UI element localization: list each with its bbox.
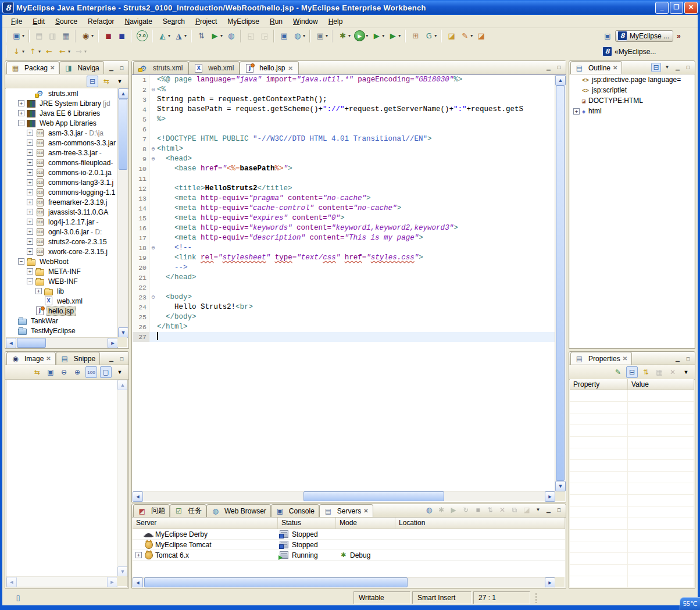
outline-item-doctype-html[interactable]: ◪DOCTYPE:HTML (570, 95, 694, 106)
code-line-6[interactable]: 6 (133, 124, 555, 134)
maximize-icon[interactable]: □ (117, 355, 126, 363)
new-wizard-button[interactable]: ▣▾ (10, 29, 26, 43)
image-tab-image[interactable]: ◉Image✕ (6, 352, 56, 365)
tree-item-struts2-core-2-3-15[interactable]: +010struts2-core-2.3.15 (6, 237, 118, 247)
forward-button[interactable]: →▾ (72, 45, 88, 59)
editor-vscrollbar[interactable]: ▲ ▼ (555, 75, 565, 491)
dropdown-arrow-icon[interactable]: ▾ (38, 49, 41, 54)
tree-expander-icon[interactable]: + (27, 140, 33, 146)
menu-navigate[interactable]: Navigate (119, 16, 157, 27)
tree-item-asm-3-3-jar[interactable]: +010asm-3.3.jar - D:\ja (6, 128, 118, 138)
fold-marker-icon[interactable]: ⊖ (149, 85, 157, 95)
editor-tab-hello-jsp[interactable]: Jhello.jsp✕ (240, 61, 298, 74)
menu-search[interactable]: Search (158, 16, 190, 27)
menu-window[interactable]: Window (288, 16, 323, 27)
tree-item-java-ee-6-libraries[interactable]: +Java EE 6 Libraries (6, 108, 118, 118)
code-line-9[interactable]: 9⊖ <head> (133, 154, 555, 164)
import-b-button[interactable]: ◲ (258, 29, 271, 43)
tree-item-tankwar[interactable]: TankWar (6, 316, 118, 326)
tree-expander-icon[interactable]: + (27, 199, 33, 205)
fit-view-icon[interactable]: ▢ (100, 366, 112, 378)
menu-project[interactable]: Project (190, 16, 222, 27)
link-with-editor-icon[interactable]: ⇆ (101, 76, 112, 87)
view-menu-icon[interactable]: ▼ (534, 506, 542, 514)
image-mode-icon[interactable]: ▣ (45, 367, 56, 377)
perspective-myeclipse-button[interactable]: 8 MyEclipse ... (615, 30, 673, 42)
debug-server-icon[interactable]: ✱ (436, 505, 447, 515)
dropdown-arrow-icon[interactable]: ▾ (184, 33, 187, 38)
view-tab--[interactable]: ☑任务 (170, 504, 206, 517)
dropdown-arrow-icon[interactable]: ▾ (303, 33, 305, 38)
server-row-myeclipse-derby[interactable]: MyEclipse DerbyStopped (133, 529, 565, 540)
code-line-15[interactable]: 15 <meta http-equiv="expires" content="0… (133, 213, 555, 223)
server-row-myeclipse-tomcat[interactable]: MyEclipse TomcatStopped (133, 540, 565, 550)
view-menu-icon[interactable]: ▼ (663, 64, 672, 72)
code-line-17[interactable]: 17 <meta http-equiv="description" conten… (133, 233, 555, 243)
view-tab-servers[interactable]: ▤Servers✕ (319, 504, 373, 517)
property-row[interactable] (570, 460, 694, 472)
tree-expander-icon[interactable]: − (18, 120, 24, 126)
servers-hscrollbar[interactable]: ◄ ► (133, 577, 555, 587)
server-row-tomcat-6-x[interactable]: +Tomcat 6.xRunning✱Debug (133, 550, 565, 561)
new-web-component-button[interactable]: ▣ (277, 29, 291, 43)
property-row[interactable] (570, 576, 694, 587)
code-line-18[interactable]: 18⊖ <!-- (133, 243, 555, 253)
view-tab-console[interactable]: ▣Console (271, 504, 319, 517)
outline-expander-icon[interactable]: + (573, 108, 580, 115)
menu-refactor[interactable]: Refactor (83, 16, 119, 27)
dropdown-arrow-icon[interactable]: ▾ (470, 33, 473, 38)
menu-file[interactable]: File (6, 16, 27, 27)
import-a-button[interactable]: ◱ (244, 29, 258, 43)
minimize-button[interactable]: _ (655, 2, 669, 14)
back-button[interactable]: ←▾ (56, 45, 72, 59)
explorer-tab-naviga[interactable]: ◨Naviga (59, 61, 103, 74)
perspective-overflow-chevron[interactable]: » (677, 32, 681, 40)
menu-source[interactable]: Source (50, 16, 83, 27)
dropdown-arrow-icon[interactable]: ▾ (84, 49, 87, 54)
tree-expander-icon[interactable]: + (27, 248, 33, 255)
tree-expander-icon[interactable]: + (27, 209, 33, 215)
close-tab-icon[interactable]: ✕ (623, 355, 627, 362)
property-row[interactable] (570, 448, 694, 460)
tree-item-freemarker-2-3-19-j[interactable]: +010freemarker-2.3.19.j (6, 197, 118, 207)
code-line-11[interactable]: 11 (133, 174, 555, 184)
code-line-26[interactable]: 26</html> (133, 322, 555, 332)
tree-item-ognl-3-0-6-jar[interactable]: +010ognl-3.0.6.jar - D: (6, 227, 118, 237)
property-row[interactable] (570, 495, 694, 506)
code-line-14[interactable]: 14 <meta http-equiv="cache-control" cont… (133, 204, 555, 213)
property-row[interactable] (570, 553, 694, 565)
dropdown-arrow-icon[interactable]: ▾ (220, 33, 223, 38)
sort-icon[interactable]: ⇅ (641, 367, 651, 377)
tree-item-struts-xml[interactable]: ⚙struts.xml (6, 88, 118, 98)
menu-edit[interactable]: Edit (27, 16, 50, 27)
tree-expander-icon[interactable]: − (18, 258, 24, 265)
delete-icon[interactable]: ✕ (667, 367, 678, 377)
generate-button[interactable]: G▾ (422, 29, 438, 43)
snapshot-folder-button[interactable]: ◪ (474, 29, 488, 43)
code-line-7[interactable]: 7<!DOCTYPE HTML PUBLIC "-//W3C//DTD HTML… (133, 134, 555, 144)
browse-web-button[interactable]: ◍▾ (291, 29, 307, 43)
image-hscrollbar[interactable]: ◄► (6, 576, 117, 587)
view-tab--[interactable]: ◩问题 (133, 504, 170, 517)
editor-tab-struts-xml[interactable]: ⚙struts.xml (133, 61, 188, 74)
close-tab-icon[interactable]: ✕ (50, 65, 55, 71)
import-folder-button[interactable]: ◪ (445, 29, 458, 43)
property-row[interactable] (570, 437, 694, 448)
tree-expander-icon[interactable]: + (27, 179, 33, 186)
dropdown-arrow-icon[interactable]: ▾ (326, 33, 328, 38)
tree-item-commons-io-2-0-1-ja[interactable]: +010commons-io-2.0.1.ja (6, 167, 118, 177)
debug-button[interactable]: ✱▾ (336, 29, 352, 43)
new-class-button[interactable]: ◭▾ (156, 29, 172, 43)
collapse-all-icon[interactable]: ⊟ (87, 76, 98, 87)
tree-item-testmyeclipse[interactable]: TestMyEclipse (6, 326, 118, 336)
code-line-12[interactable]: 12 <title>HelloStruts2</title> (133, 184, 555, 194)
zoom-out-icon[interactable]: ⊖ (59, 367, 69, 377)
fold-marker-icon[interactable]: ⊖ (149, 243, 157, 253)
maximize-icon[interactable]: □ (555, 506, 563, 514)
zoom-in-icon[interactable]: ⊕ (72, 367, 83, 377)
restart-server-icon[interactable]: ↻ (460, 505, 471, 515)
image-tab-snippe[interactable]: ▤Snippe (56, 352, 100, 365)
tree-item-asm-commons-3-3-jar[interactable]: +010asm-commons-3.3.jar (6, 138, 118, 148)
tree-item-web-xml[interactable]: Xweb.xml (6, 296, 118, 306)
maximize-button[interactable]: ❐ (670, 2, 683, 14)
